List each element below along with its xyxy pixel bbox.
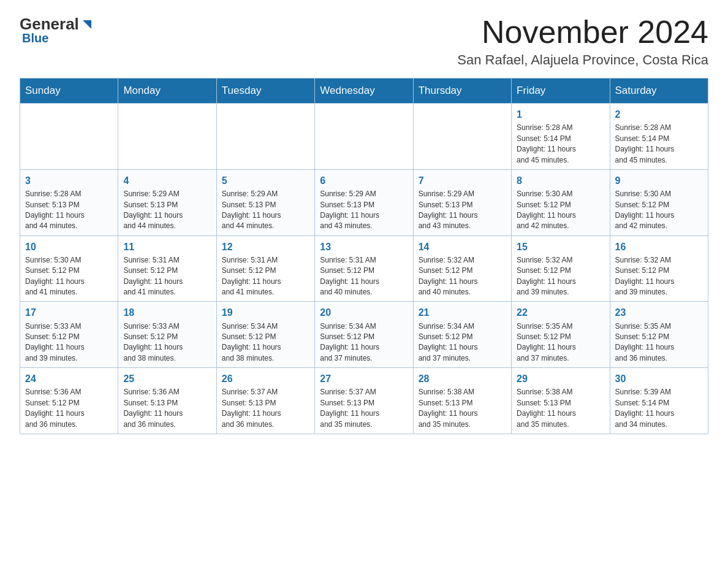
day-info: Sunrise: 5:29 AM Sunset: 5:13 PM Dayligh… xyxy=(419,189,506,232)
day-info: Sunrise: 5:30 AM Sunset: 5:12 PM Dayligh… xyxy=(517,189,604,232)
calendar-cell: 13Sunrise: 5:31 AM Sunset: 5:12 PM Dayli… xyxy=(315,236,413,302)
day-number: 10 xyxy=(25,240,113,254)
day-number: 26 xyxy=(222,372,309,386)
day-number: 22 xyxy=(517,305,604,320)
day-info: Sunrise: 5:38 AM Sunset: 5:13 PM Dayligh… xyxy=(419,387,506,430)
day-number: 25 xyxy=(123,372,211,386)
calendar-cell: 1Sunrise: 5:28 AM Sunset: 5:14 PM Daylig… xyxy=(512,104,610,170)
calendar-cell: 14Sunrise: 5:32 AM Sunset: 5:12 PM Dayli… xyxy=(413,236,511,302)
day-info: Sunrise: 5:32 AM Sunset: 5:12 PM Dayligh… xyxy=(419,255,506,298)
calendar-cell: 17Sunrise: 5:33 AM Sunset: 5:12 PM Dayli… xyxy=(20,302,118,368)
calendar-cell: 30Sunrise: 5:39 AM Sunset: 5:14 PM Dayli… xyxy=(610,368,708,434)
calendar-cell xyxy=(20,104,118,170)
week-row-2: 3Sunrise: 5:28 AM Sunset: 5:13 PM Daylig… xyxy=(20,169,708,236)
day-number: 3 xyxy=(25,174,113,188)
day-number: 30 xyxy=(615,372,703,386)
subtitle: San Rafael, Alajuela Province, Costa Ric… xyxy=(457,52,708,68)
logo-subtitle: Blue xyxy=(22,31,48,45)
day-info: Sunrise: 5:28 AM Sunset: 5:14 PM Dayligh… xyxy=(517,123,604,166)
calendar-cell xyxy=(216,104,314,170)
day-info: Sunrise: 5:31 AM Sunset: 5:12 PM Dayligh… xyxy=(222,255,309,298)
calendar-cell: 4Sunrise: 5:29 AM Sunset: 5:13 PM Daylig… xyxy=(118,169,216,236)
day-number: 12 xyxy=(222,240,309,254)
calendar-cell: 6Sunrise: 5:29 AM Sunset: 5:13 PM Daylig… xyxy=(315,169,413,236)
calendar-cell: 12Sunrise: 5:31 AM Sunset: 5:12 PM Dayli… xyxy=(216,236,314,302)
calendar-cell: 15Sunrise: 5:32 AM Sunset: 5:12 PM Dayli… xyxy=(512,236,610,302)
day-number: 7 xyxy=(419,174,506,188)
calendar-table: SundayMondayTuesdayWednesdayThursdayFrid… xyxy=(20,78,708,434)
calendar-cell: 8Sunrise: 5:30 AM Sunset: 5:12 PM Daylig… xyxy=(512,169,610,236)
calendar-header-monday: Monday xyxy=(118,79,216,104)
calendar-cell xyxy=(315,104,413,170)
day-info: Sunrise: 5:31 AM Sunset: 5:12 PM Dayligh… xyxy=(320,255,408,298)
day-info: Sunrise: 5:28 AM Sunset: 5:13 PM Dayligh… xyxy=(25,189,113,232)
day-info: Sunrise: 5:29 AM Sunset: 5:13 PM Dayligh… xyxy=(320,189,408,232)
day-number: 8 xyxy=(517,174,604,188)
day-number: 2 xyxy=(615,107,703,121)
week-row-4: 17Sunrise: 5:33 AM Sunset: 5:12 PM Dayli… xyxy=(20,302,708,368)
day-info: Sunrise: 5:32 AM Sunset: 5:12 PM Dayligh… xyxy=(517,255,604,298)
calendar-cell: 5Sunrise: 5:29 AM Sunset: 5:13 PM Daylig… xyxy=(216,169,314,236)
day-number: 1 xyxy=(517,107,604,121)
day-info: Sunrise: 5:35 AM Sunset: 5:12 PM Dayligh… xyxy=(615,321,703,364)
calendar-cell: 16Sunrise: 5:32 AM Sunset: 5:12 PM Dayli… xyxy=(610,236,708,302)
day-number: 27 xyxy=(320,372,408,386)
day-number: 14 xyxy=(419,240,506,254)
day-number: 21 xyxy=(419,305,506,320)
svg-marker-0 xyxy=(83,20,91,29)
day-number: 19 xyxy=(222,305,309,320)
day-number: 13 xyxy=(320,240,408,254)
day-info: Sunrise: 5:39 AM Sunset: 5:14 PM Dayligh… xyxy=(615,387,703,430)
logo-blue-text xyxy=(79,18,94,31)
calendar-cell: 25Sunrise: 5:36 AM Sunset: 5:13 PM Dayli… xyxy=(118,368,216,434)
day-info: Sunrise: 5:33 AM Sunset: 5:12 PM Dayligh… xyxy=(123,321,211,364)
day-number: 29 xyxy=(517,372,604,386)
day-info: Sunrise: 5:36 AM Sunset: 5:12 PM Dayligh… xyxy=(25,387,113,430)
header: General Blue November 2024 San Rafael, A… xyxy=(20,15,708,68)
day-number: 23 xyxy=(615,305,703,320)
calendar-header-saturday: Saturday xyxy=(610,79,708,104)
title-area: November 2024 San Rafael, Alajuela Provi… xyxy=(457,15,708,68)
calendar-cell: 21Sunrise: 5:34 AM Sunset: 5:12 PM Dayli… xyxy=(413,302,511,368)
calendar-cell xyxy=(118,104,216,170)
day-number: 5 xyxy=(222,174,309,188)
day-number: 9 xyxy=(615,174,703,188)
day-info: Sunrise: 5:29 AM Sunset: 5:13 PM Dayligh… xyxy=(123,189,211,232)
calendar-cell: 10Sunrise: 5:30 AM Sunset: 5:12 PM Dayli… xyxy=(20,236,118,302)
day-info: Sunrise: 5:34 AM Sunset: 5:12 PM Dayligh… xyxy=(419,321,506,364)
day-info: Sunrise: 5:34 AM Sunset: 5:12 PM Dayligh… xyxy=(320,321,408,364)
page-title: November 2024 xyxy=(457,15,708,50)
day-number: 24 xyxy=(25,372,113,386)
day-number: 20 xyxy=(320,305,408,320)
day-info: Sunrise: 5:32 AM Sunset: 5:12 PM Dayligh… xyxy=(615,255,703,298)
calendar-cell: 19Sunrise: 5:34 AM Sunset: 5:12 PM Dayli… xyxy=(216,302,314,368)
day-info: Sunrise: 5:33 AM Sunset: 5:12 PM Dayligh… xyxy=(25,321,113,364)
calendar-cell xyxy=(413,104,511,170)
day-number: 15 xyxy=(517,240,604,254)
day-info: Sunrise: 5:34 AM Sunset: 5:12 PM Dayligh… xyxy=(222,321,309,364)
day-number: 11 xyxy=(123,240,211,254)
calendar-cell: 24Sunrise: 5:36 AM Sunset: 5:12 PM Dayli… xyxy=(20,368,118,434)
week-row-3: 10Sunrise: 5:30 AM Sunset: 5:12 PM Dayli… xyxy=(20,236,708,302)
logo: General Blue xyxy=(20,15,94,45)
day-number: 17 xyxy=(25,305,113,320)
calendar-header-tuesday: Tuesday xyxy=(216,79,314,104)
day-info: Sunrise: 5:29 AM Sunset: 5:13 PM Dayligh… xyxy=(222,189,309,232)
calendar-cell: 2Sunrise: 5:28 AM Sunset: 5:14 PM Daylig… xyxy=(610,104,708,170)
calendar-cell: 11Sunrise: 5:31 AM Sunset: 5:12 PM Dayli… xyxy=(118,236,216,302)
day-info: Sunrise: 5:37 AM Sunset: 5:13 PM Dayligh… xyxy=(222,387,309,430)
calendar-cell: 7Sunrise: 5:29 AM Sunset: 5:13 PM Daylig… xyxy=(413,169,511,236)
calendar-cell: 3Sunrise: 5:28 AM Sunset: 5:13 PM Daylig… xyxy=(20,169,118,236)
day-number: 6 xyxy=(320,174,408,188)
calendar-header-sunday: Sunday xyxy=(20,79,118,104)
day-info: Sunrise: 5:36 AM Sunset: 5:13 PM Dayligh… xyxy=(123,387,211,430)
calendar-cell: 20Sunrise: 5:34 AM Sunset: 5:12 PM Dayli… xyxy=(315,302,413,368)
calendar-cell: 26Sunrise: 5:37 AM Sunset: 5:13 PM Dayli… xyxy=(216,368,314,434)
calendar-header-row: SundayMondayTuesdayWednesdayThursdayFrid… xyxy=(20,79,708,104)
calendar-cell: 22Sunrise: 5:35 AM Sunset: 5:12 PM Dayli… xyxy=(512,302,610,368)
week-row-5: 24Sunrise: 5:36 AM Sunset: 5:12 PM Dayli… xyxy=(20,368,708,434)
calendar-header-wednesday: Wednesday xyxy=(315,79,413,104)
calendar-header-thursday: Thursday xyxy=(413,79,511,104)
calendar-cell: 27Sunrise: 5:37 AM Sunset: 5:13 PM Dayli… xyxy=(315,368,413,434)
calendar-cell: 29Sunrise: 5:38 AM Sunset: 5:13 PM Dayli… xyxy=(512,368,610,434)
